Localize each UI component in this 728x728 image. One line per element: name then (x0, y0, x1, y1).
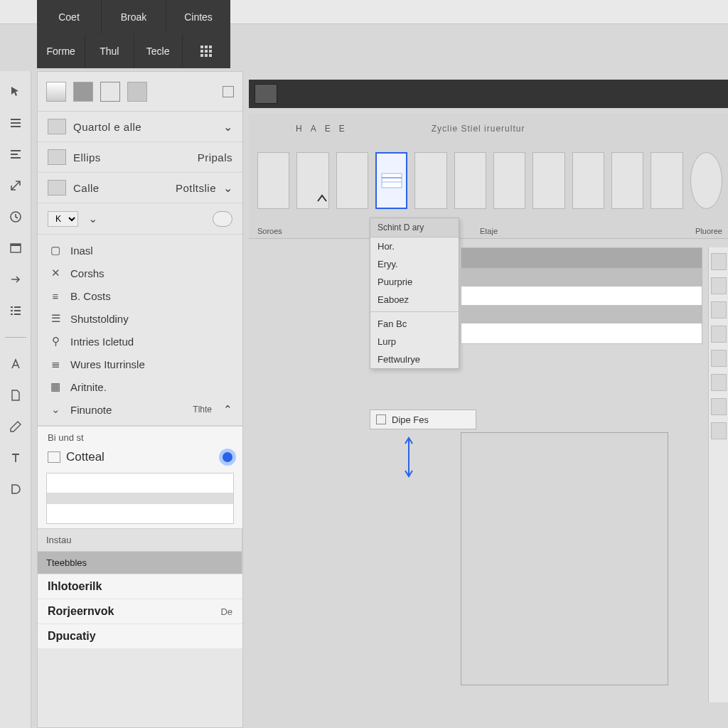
svg-rect-3 (200, 50, 203, 53)
d-icon[interactable] (6, 480, 25, 498)
mini-chip[interactable] (711, 374, 727, 391)
caret-up-icon[interactable] (313, 189, 331, 208)
popover-item[interactable]: Eaboez (370, 291, 459, 309)
doc-icon[interactable] (6, 386, 25, 405)
side-item-label: Inasl (70, 245, 93, 257)
chevron-down-icon: ⌄ (223, 120, 232, 134)
menu-coet[interactable]: Coet (37, 0, 102, 34)
mini-chip[interactable] (711, 398, 727, 415)
list-icon[interactable] (6, 301, 25, 320)
popover-item[interactable]: Fettwulrye (370, 350, 459, 368)
font-icon[interactable] (6, 355, 25, 373)
combo-calle[interactable]: Calle Potltslie ⌄ (38, 173, 242, 203)
mini-chip[interactable] (711, 350, 727, 367)
swatch-2[interactable] (73, 82, 93, 102)
side-item-costs[interactable]: ≡ B. Costs (38, 284, 242, 307)
side-item-inasl[interactable]: ▢ Inasl (38, 239, 242, 262)
popover-item[interactable]: Hor. (370, 237, 459, 255)
tab-instau[interactable]: Instau (38, 529, 242, 551)
dipe-fes-button[interactable]: Dipe Fes (370, 410, 476, 429)
ribbon-hint-text: Zyclie Stiel iruerultur (432, 124, 525, 134)
hint-letter: H (296, 124, 302, 134)
mini-chip[interactable] (711, 326, 727, 343)
swatch-3[interactable] (100, 82, 120, 102)
bars-icon[interactable] (6, 114, 25, 132)
gallery-cell[interactable] (651, 152, 682, 209)
mini-chip[interactable] (711, 301, 727, 318)
side-item-wures[interactable]: ≣ Wures Iturrinsle (38, 353, 242, 375)
bars2-icon: ≡ (48, 289, 63, 303)
gallery-cell[interactable] (414, 152, 446, 209)
menu-broak[interactable]: Broak (102, 0, 166, 34)
menu-cintes[interactable]: Cintes (166, 0, 230, 34)
side-item-label: Finunote (70, 404, 112, 416)
side-item-corshs[interactable]: ✕ Corshs (38, 262, 242, 284)
ribbon: H A E E Zyclie Stiel iruerultur Soroes E… (249, 114, 728, 239)
side-last-dpucatiy[interactable]: Dpucatiy (38, 623, 242, 648)
side-item-intries[interactable]: ⚲ Intries Icletud (38, 330, 242, 353)
dropdown-popover: Schint D ary Hor. Eryy. Puurprie Eaboez … (370, 218, 459, 369)
side-last-rorjeernvok[interactable]: Rorjeernvok De (38, 599, 242, 623)
mini-chip[interactable] (711, 277, 727, 294)
popover-item[interactable]: Lurp (370, 333, 459, 350)
side-item-aritnite[interactable]: ▦ Aritnite. (38, 375, 242, 398)
vertical-resize-icon[interactable] (402, 435, 415, 479)
gallery-cell[interactable] (532, 152, 564, 209)
group-label: Soroes (257, 227, 282, 235)
gallery-cell[interactable] (690, 152, 722, 209)
chevron-down-icon: ⌄ (223, 181, 232, 195)
clock-icon[interactable] (6, 208, 25, 226)
anchor-icon: ⚲ (48, 334, 63, 348)
canvas-tab[interactable] (255, 84, 277, 104)
svg-rect-24 (382, 173, 402, 188)
checkbox-icon[interactable] (48, 451, 60, 463)
tab-tteebbles[interactable]: Tteebbles (38, 552, 242, 574)
measure-icon[interactable] (6, 417, 25, 436)
swatch-1[interactable] (46, 82, 66, 102)
status-dot-icon (223, 452, 232, 462)
hint-letter: E (339, 124, 345, 134)
gallery-cell[interactable] (572, 152, 604, 209)
menu-thul[interactable]: Thul (85, 34, 134, 68)
combo-quartol[interactable]: Quartol e alle ⌄ (38, 112, 242, 142)
bubble-icon[interactable] (213, 211, 232, 227)
gallery-cell[interactable] (454, 152, 486, 209)
cursor-icon[interactable] (6, 82, 25, 101)
side-footer-label: Cotteal (66, 450, 217, 464)
resize-icon[interactable] (6, 176, 25, 195)
combo-label: Quartol e alle (73, 121, 216, 133)
menu-icon[interactable] (6, 145, 25, 164)
side-item-label: Corshs (70, 267, 105, 279)
menu-tecle[interactable]: Tecle (134, 34, 183, 68)
gallery-cell[interactable] (257, 152, 289, 209)
gallery-cell-selected[interactable] (375, 152, 407, 209)
menu-grid-icon[interactable] (183, 34, 230, 68)
svg-rect-12 (11, 150, 21, 151)
panel-icon[interactable] (6, 239, 25, 257)
rows-icon: ☰ (48, 311, 63, 326)
side-last-ihlotoerilk[interactable]: Ihlotoerilk (38, 574, 242, 599)
gallery-cell[interactable] (336, 152, 368, 209)
combo-ellips[interactable]: Ellips Pripals (38, 142, 242, 173)
popover-header: Schint D ary (370, 218, 459, 237)
arrow-icon[interactable] (6, 270, 25, 289)
gallery-cell[interactable] (493, 152, 525, 209)
menu-forme[interactable]: Forme (37, 34, 85, 68)
svg-rect-23 (14, 314, 21, 315)
gallery-cell[interactable] (611, 152, 643, 209)
svg-rect-22 (11, 314, 13, 315)
side-item-finunote[interactable]: ⌄ Finunote Tlhte ⌃ (38, 398, 242, 421)
combo-label: Ellips (73, 151, 191, 164)
swatch-4[interactable] (127, 82, 147, 102)
toolstrip (0, 71, 31, 728)
mini-select[interactable]: K (48, 211, 78, 227)
mini-chip[interactable] (711, 422, 727, 439)
side-item-shutstoldiny[interactable]: ☰ Shutstoldiny (38, 307, 242, 330)
popover-item[interactable]: Puurprie (370, 273, 459, 291)
mini-chip[interactable] (711, 253, 727, 270)
lines-icon: ≣ (48, 357, 63, 371)
swatch-toggle[interactable] (223, 86, 234, 97)
popover-item[interactable]: Eryy. (370, 255, 459, 273)
popover-item[interactable]: Fan Bc (370, 315, 459, 333)
text-icon[interactable] (6, 449, 25, 467)
